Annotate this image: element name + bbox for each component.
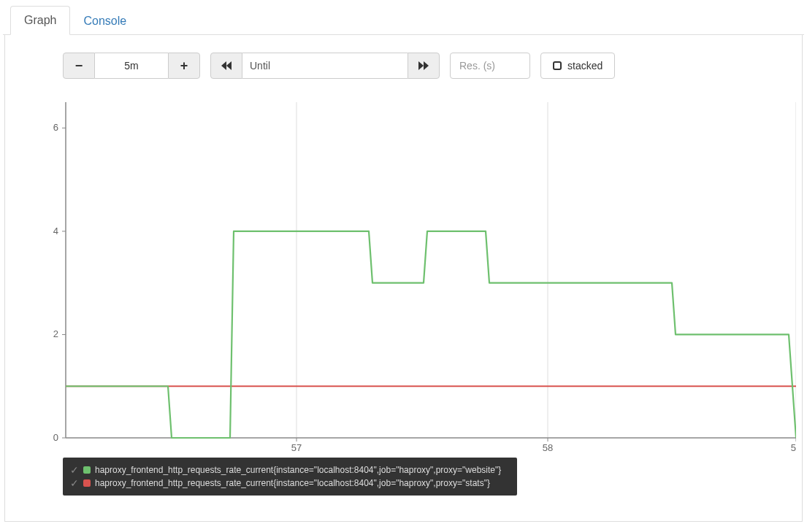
legend-swatch <box>83 466 91 474</box>
svg-text:58: 58 <box>543 442 553 453</box>
chart-svg: 0246575859 <box>44 95 796 460</box>
prometheus-graph-panel: { "tabs": { "graph": "Graph", "console":… <box>0 0 807 532</box>
svg-text:0: 0 <box>53 432 58 443</box>
chart: 0246575859 <box>44 95 796 460</box>
legend-swatch <box>83 479 91 487</box>
svg-text:59: 59 <box>791 442 796 453</box>
tab-graph[interactable]: Graph <box>10 6 70 35</box>
legend-item[interactable]: ✓ haproxy_frontend_http_requests_rate_cu… <box>70 477 508 490</box>
svg-text:6: 6 <box>53 122 58 133</box>
legend: ✓ haproxy_frontend_http_requests_rate_cu… <box>63 458 517 496</box>
tab-graph-label: Graph <box>24 14 56 26</box>
svg-text:4: 4 <box>53 225 58 236</box>
tabs-bar: Graph Console <box>3 3 804 35</box>
svg-text:57: 57 <box>291 442 302 453</box>
legend-item[interactable]: ✓ haproxy_frontend_http_requests_rate_cu… <box>70 463 508 477</box>
legend-label: haproxy_frontend_http_requests_rate_curr… <box>95 463 501 477</box>
check-icon: ✓ <box>70 463 79 477</box>
tab-console-label: Console <box>83 15 126 27</box>
check-icon: ✓ <box>70 477 79 490</box>
tab-console[interactable]: Console <box>70 7 139 35</box>
svg-text:2: 2 <box>53 328 58 339</box>
legend-label: haproxy_frontend_http_requests_rate_curr… <box>95 477 490 490</box>
